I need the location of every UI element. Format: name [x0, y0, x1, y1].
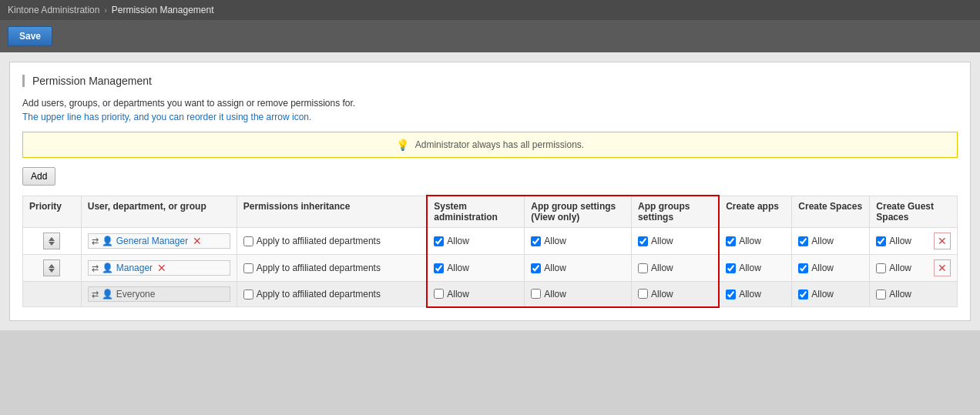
- user-box: ⇄ 👤 Manager ✕: [88, 260, 230, 276]
- user-box: ⇄ 👤 General Manager ✕: [88, 233, 230, 249]
- breadcrumb-parent-link[interactable]: Kintone Administration: [8, 5, 99, 15]
- th-app-groups-settings: App groups settings: [632, 196, 720, 228]
- description-line2: The upper line has priority, and you can…: [22, 112, 958, 122]
- create-guest-checkbox[interactable]: [876, 236, 886, 246]
- allow-text: Allow: [544, 289, 566, 300]
- app-group-view-allow-label[interactable]: Allow: [531, 236, 625, 246]
- create-guest-allow-label[interactable]: Allow: [876, 263, 911, 273]
- allow-text: Allow: [811, 263, 834, 273]
- inherit-label[interactable]: Apply to affiliated departments: [243, 263, 421, 273]
- th-create-guest-spaces: Create Guest Spaces: [870, 196, 958, 228]
- create-spaces-cell: Allow: [792, 255, 870, 282]
- create-spaces-checkbox[interactable]: [798, 263, 808, 273]
- user-icon: 👤: [102, 263, 113, 273]
- create-apps-cell: Allow: [719, 228, 792, 255]
- create-apps-allow-label[interactable]: Allow: [726, 263, 785, 273]
- app-group-view-checkbox[interactable]: [531, 289, 541, 299]
- system-admin-checkbox[interactable]: [434, 236, 444, 246]
- info-banner-text: Administrator always has all permissions…: [415, 139, 584, 150]
- allow-text: Allow: [447, 236, 469, 246]
- app-groups-settings-allow-label[interactable]: Allow: [638, 236, 712, 246]
- inherit-checkbox[interactable]: [243, 289, 253, 300]
- inherit-label[interactable]: Apply to affiliated departments: [243, 236, 421, 246]
- reorder-button[interactable]: [43, 233, 60, 249]
- create-apps-checkbox[interactable]: [726, 236, 736, 246]
- app-group-view-allow-label[interactable]: Allow: [531, 289, 625, 300]
- table-header-row: Priority User, department, or group Perm…: [23, 196, 958, 228]
- priority-cell: [23, 228, 82, 255]
- app-groups-settings-checkbox[interactable]: [638, 289, 648, 299]
- inherit-label[interactable]: Apply to affiliated departments: [243, 289, 421, 300]
- create-guest-allow-label[interactable]: Allow: [876, 289, 911, 300]
- inherit-text: Apply to affiliated departments: [257, 289, 381, 300]
- inherit-cell: Apply to affiliated departments: [237, 228, 427, 255]
- breadcrumb-current: Permission Management: [112, 5, 214, 15]
- page-title: Permission Management: [32, 75, 958, 87]
- add-button[interactable]: Add: [22, 167, 55, 186]
- system-admin-allow-label[interactable]: Allow: [434, 263, 518, 273]
- transfer-icon: ⇄: [92, 263, 99, 273]
- table-row: ⇄ 👤 Everyone Apply to affiliated departm…: [23, 282, 958, 307]
- create-guest-allow-label[interactable]: Allow: [876, 236, 911, 246]
- system-admin-allow-label[interactable]: Allow: [434, 236, 518, 246]
- table-row: ⇄ 👤 General Manager ✕ Apply to affiliate…: [23, 228, 958, 255]
- system-admin-allow-label[interactable]: Allow: [434, 289, 518, 300]
- system-admin-cell: Allow: [427, 282, 524, 307]
- app-group-view-cell: Allow: [525, 255, 632, 282]
- remove-user-button[interactable]: ✕: [191, 236, 203, 246]
- delete-row-button[interactable]: ✕: [934, 233, 951, 249]
- allow-text: Allow: [544, 263, 566, 273]
- arrow-up-icon: [49, 264, 55, 268]
- app-groups-settings-checkbox[interactable]: [638, 236, 648, 246]
- app-groups-settings-allow-label[interactable]: Allow: [638, 289, 712, 300]
- system-admin-cell: Allow: [427, 228, 524, 255]
- create-apps-checkbox[interactable]: [726, 289, 736, 300]
- create-spaces-checkbox[interactable]: [798, 289, 808, 300]
- allow-text: Allow: [739, 289, 761, 300]
- system-admin-checkbox[interactable]: [434, 263, 444, 273]
- create-apps-checkbox[interactable]: [726, 263, 736, 273]
- create-apps-allow-label[interactable]: Allow: [726, 236, 785, 246]
- description-line1: Add users, groups, or departments you wa…: [22, 98, 958, 109]
- create-spaces-allow-label[interactable]: Allow: [798, 236, 863, 246]
- app-group-view-checkbox[interactable]: [531, 263, 541, 273]
- create-guest-checkbox[interactable]: [876, 263, 886, 273]
- allow-text: Allow: [889, 236, 911, 246]
- inherit-checkbox[interactable]: [243, 236, 253, 246]
- arrow-down-icon: [49, 269, 55, 273]
- reorder-button[interactable]: [43, 259, 60, 276]
- priority-cell: [23, 255, 82, 282]
- info-banner: 💡 Administrator always has all permissio…: [22, 132, 958, 158]
- create-spaces-allow-label[interactable]: Allow: [798, 289, 863, 300]
- user-cell: ⇄ 👤 Manager ✕: [81, 255, 237, 282]
- create-apps-allow-label[interactable]: Allow: [726, 289, 785, 300]
- create-guest-spaces-cell: Allow: [870, 282, 958, 307]
- inherit-text: Apply to affiliated departments: [257, 263, 381, 273]
- remove-user-button[interactable]: ✕: [156, 263, 168, 273]
- save-button[interactable]: Save: [8, 26, 52, 46]
- app-group-view-allow-label[interactable]: Allow: [531, 263, 625, 273]
- allow-text: Allow: [447, 289, 469, 300]
- app-groups-settings-cell: Allow: [632, 255, 720, 282]
- create-guest-spaces-cell: Allow ✕: [870, 228, 958, 255]
- create-spaces-allow-label[interactable]: Allow: [798, 263, 863, 273]
- allow-text: Allow: [811, 289, 834, 300]
- create-guest-checkbox[interactable]: [876, 289, 886, 300]
- inherit-checkbox[interactable]: [243, 263, 253, 273]
- app-groups-settings-allow-label[interactable]: Allow: [638, 263, 712, 273]
- create-apps-cell: Allow: [719, 282, 792, 307]
- app-group-view-checkbox[interactable]: [531, 236, 541, 246]
- allow-text: Allow: [739, 236, 761, 246]
- arrow-down-icon: [49, 242, 55, 246]
- create-spaces-cell: Allow: [792, 228, 870, 255]
- allow-text: Allow: [889, 263, 911, 273]
- delete-row-button[interactable]: ✕: [934, 259, 951, 276]
- create-guest-spaces-cell: Allow ✕: [870, 255, 958, 282]
- description-line2-link[interactable]: The upper line has priority, and you can…: [22, 112, 311, 122]
- app-groups-settings-checkbox[interactable]: [638, 263, 648, 273]
- system-admin-checkbox[interactable]: [434, 289, 444, 299]
- create-spaces-checkbox[interactable]: [798, 236, 808, 246]
- main-content: Permission Management Add users, groups,…: [0, 52, 980, 330]
- table-row: ⇄ 👤 Manager ✕ Apply to affiliated depart…: [23, 255, 958, 282]
- page-title-section: Permission Management: [22, 75, 958, 87]
